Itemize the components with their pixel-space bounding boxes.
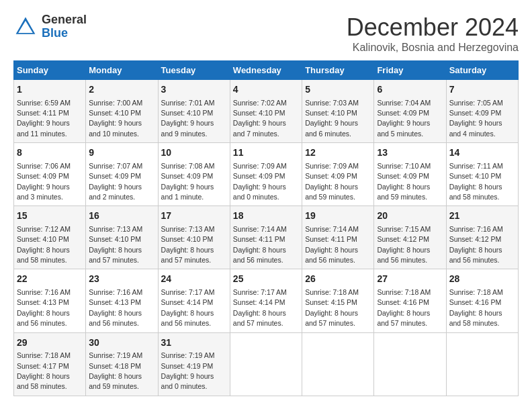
calendar-table: Sunday Monday Tuesday Wednesday Thursday… [13,60,519,396]
table-cell [302,332,374,396]
table-cell: 6 Sunrise: 7:04 AMSunset: 4:09 PMDayligh… [374,80,446,143]
day-number: 3 [161,83,227,97]
day-number: 6 [377,83,443,97]
day-info: Sunrise: 7:12 AMSunset: 4:10 PMDaylight:… [17,225,71,264]
day-number: 15 [17,210,83,223]
table-cell: 18 Sunrise: 7:14 AMSunset: 4:11 PMDaylig… [230,206,302,269]
table-cell: 26 Sunrise: 7:18 AMSunset: 4:15 PMDaylig… [302,269,374,332]
day-number: 27 [377,273,443,286]
day-info: Sunrise: 7:04 AMSunset: 4:09 PMDaylight:… [377,99,431,138]
day-number: 5 [305,83,371,97]
col-friday: Friday [374,61,446,80]
day-info: Sunrise: 7:17 AMSunset: 4:14 PMDaylight:… [233,288,287,327]
day-number: 4 [233,83,299,97]
table-cell: 29 Sunrise: 7:18 AMSunset: 4:17 PMDaylig… [14,332,86,396]
table-cell: 31 Sunrise: 7:19 AMSunset: 4:19 PMDaylig… [158,332,230,396]
table-cell: 8 Sunrise: 7:06 AMSunset: 4:09 PMDayligh… [14,143,86,206]
day-number: 30 [89,336,154,350]
day-info: Sunrise: 7:16 AMSunset: 4:13 PMDaylight:… [17,288,71,327]
table-cell: 27 Sunrise: 7:18 AMSunset: 4:16 PMDaylig… [374,269,446,332]
day-info: Sunrise: 7:10 AMSunset: 4:09 PMDaylight:… [377,162,431,201]
table-cell: 15 Sunrise: 7:12 AMSunset: 4:10 PMDaylig… [14,206,86,269]
day-info: Sunrise: 7:19 AMSunset: 4:19 PMDaylight:… [161,351,215,390]
day-info: Sunrise: 7:18 AMSunset: 4:17 PMDaylight:… [17,351,71,390]
table-cell: 12 Sunrise: 7:09 AMSunset: 4:09 PMDaylig… [302,143,374,206]
day-info: Sunrise: 7:05 AMSunset: 4:09 PMDaylight:… [449,99,503,138]
day-info: Sunrise: 7:08 AMSunset: 4:09 PMDaylight:… [161,162,215,201]
month-title: December 2024 [347,13,519,42]
table-row: 8 Sunrise: 7:06 AMSunset: 4:09 PMDayligh… [14,143,519,206]
table-cell: 25 Sunrise: 7:17 AMSunset: 4:14 PMDaylig… [230,269,302,332]
table-cell [446,332,518,396]
table-cell: 10 Sunrise: 7:08 AMSunset: 4:09 PMDaylig… [158,143,230,206]
day-number: 8 [17,146,83,160]
day-info: Sunrise: 7:18 AMSunset: 4:15 PMDaylight:… [305,288,359,327]
table-cell: 7 Sunrise: 7:05 AMSunset: 4:09 PMDayligh… [446,80,518,143]
day-info: Sunrise: 7:15 AMSunset: 4:12 PMDaylight:… [377,225,431,264]
day-number: 26 [305,273,371,286]
day-info: Sunrise: 7:09 AMSunset: 4:09 PMDaylight:… [305,162,359,201]
day-number: 19 [305,210,371,223]
day-info: Sunrise: 7:13 AMSunset: 4:10 PMDaylight:… [89,225,142,264]
day-number: 16 [89,210,154,223]
table-cell: 23 Sunrise: 7:16 AMSunset: 4:13 PMDaylig… [86,269,158,332]
day-info: Sunrise: 7:17 AMSunset: 4:14 PMDaylight:… [161,288,215,327]
day-number: 23 [89,273,154,286]
table-cell: 17 Sunrise: 7:13 AMSunset: 4:10 PMDaylig… [158,206,230,269]
day-number: 10 [161,146,227,160]
day-number: 18 [233,210,299,223]
table-cell: 1 Sunrise: 6:59 AMSunset: 4:11 PMDayligh… [14,80,86,143]
day-number: 2 [89,83,154,97]
day-info: Sunrise: 7:09 AMSunset: 4:09 PMDaylight:… [233,162,287,201]
day-info: Sunrise: 6:59 AMSunset: 4:11 PMDaylight:… [17,99,71,138]
day-info: Sunrise: 7:18 AMSunset: 4:16 PMDaylight:… [449,288,503,327]
col-tuesday: Tuesday [158,61,230,80]
day-number: 1 [17,83,83,97]
day-number: 17 [161,210,227,223]
table-cell: 28 Sunrise: 7:18 AMSunset: 4:16 PMDaylig… [446,269,518,332]
day-info: Sunrise: 7:11 AMSunset: 4:10 PMDaylight:… [449,162,503,201]
day-number: 9 [89,146,154,160]
day-info: Sunrise: 7:18 AMSunset: 4:16 PMDaylight:… [377,288,431,327]
logo: General Blue [13,13,87,40]
day-number: 7 [449,83,515,97]
table-cell: 3 Sunrise: 7:01 AMSunset: 4:10 PMDayligh… [158,80,230,143]
col-thursday: Thursday [302,61,374,80]
day-info: Sunrise: 7:16 AMSunset: 4:12 PMDaylight:… [449,225,503,264]
header-row: Sunday Monday Tuesday Wednesday Thursday… [14,61,519,80]
table-row: 22 Sunrise: 7:16 AMSunset: 4:13 PMDaylig… [14,269,519,332]
col-wednesday: Wednesday [230,61,302,80]
day-info: Sunrise: 7:01 AMSunset: 4:10 PMDaylight:… [161,99,215,138]
page-header: General Blue December 2024 Kalinovik, Bo… [13,13,519,54]
table-cell: 24 Sunrise: 7:17 AMSunset: 4:14 PMDaylig… [158,269,230,332]
day-info: Sunrise: 7:00 AMSunset: 4:10 PMDaylight:… [89,99,142,138]
day-info: Sunrise: 7:16 AMSunset: 4:13 PMDaylight:… [89,288,142,327]
logo-blue: Blue [42,27,87,40]
day-info: Sunrise: 7:07 AMSunset: 4:09 PMDaylight:… [89,162,142,201]
table-row: 15 Sunrise: 7:12 AMSunset: 4:10 PMDaylig… [14,206,519,269]
day-number: 14 [449,146,515,160]
table-cell [230,332,302,396]
day-info: Sunrise: 7:19 AMSunset: 4:18 PMDaylight:… [89,351,142,390]
table-cell: 14 Sunrise: 7:11 AMSunset: 4:10 PMDaylig… [446,143,518,206]
table-row: 1 Sunrise: 6:59 AMSunset: 4:11 PMDayligh… [14,80,519,143]
location-title: Kalinovik, Bosnia and Herzegovina [347,42,519,54]
col-saturday: Saturday [446,61,518,80]
table-cell: 9 Sunrise: 7:07 AMSunset: 4:09 PMDayligh… [86,143,158,206]
table-cell: 30 Sunrise: 7:19 AMSunset: 4:18 PMDaylig… [86,332,158,396]
day-number: 12 [305,146,371,160]
day-info: Sunrise: 7:06 AMSunset: 4:09 PMDaylight:… [17,162,71,201]
day-number: 31 [161,336,227,350]
table-cell: 16 Sunrise: 7:13 AMSunset: 4:10 PMDaylig… [86,206,158,269]
day-info: Sunrise: 7:13 AMSunset: 4:10 PMDaylight:… [161,225,215,264]
logo-text: General Blue [42,13,87,40]
day-info: Sunrise: 7:02 AMSunset: 4:10 PMDaylight:… [233,99,287,138]
table-cell: 19 Sunrise: 7:14 AMSunset: 4:11 PMDaylig… [302,206,374,269]
table-cell [374,332,446,396]
day-info: Sunrise: 7:14 AMSunset: 4:11 PMDaylight:… [305,225,359,264]
day-number: 21 [449,210,515,223]
table-cell: 5 Sunrise: 7:03 AMSunset: 4:10 PMDayligh… [302,80,374,143]
logo-icon [13,15,38,39]
table-cell: 22 Sunrise: 7:16 AMSunset: 4:13 PMDaylig… [14,269,86,332]
col-monday: Monday [86,61,158,80]
